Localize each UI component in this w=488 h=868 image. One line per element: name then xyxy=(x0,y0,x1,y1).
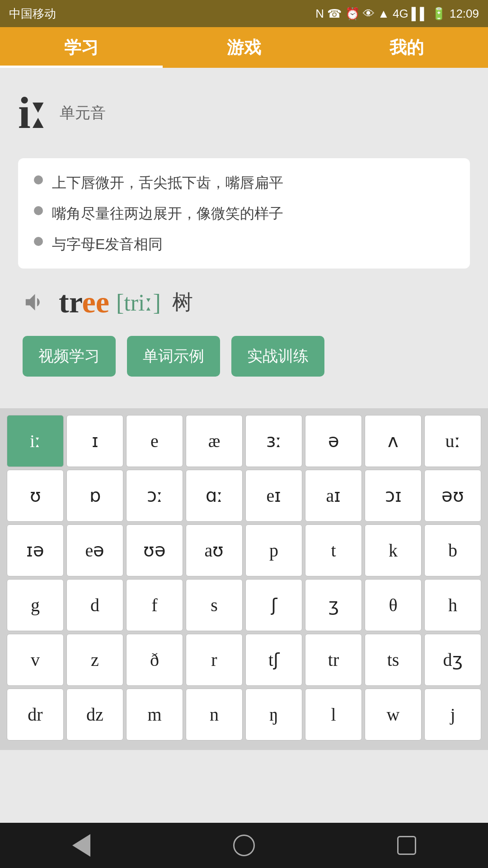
key-ə[interactable]: ə xyxy=(305,415,362,467)
key-θ[interactable]: θ xyxy=(365,579,422,631)
key-æ[interactable]: æ xyxy=(186,415,243,467)
key-e[interactable]: e xyxy=(126,415,183,467)
word-prefix: tr xyxy=(59,285,82,319)
description-item-1: 上下唇微开，舌尖抵下齿，嘴唇扁平 xyxy=(34,172,454,193)
bullet-icon-3 xyxy=(34,237,43,246)
key-z[interactable]: z xyxy=(66,634,123,686)
time-label: 12:09 xyxy=(450,7,479,21)
status-right: N ☎ ⏰ 👁 ▲ 4G ▌▌ 🔋 12:09 xyxy=(315,7,479,21)
keyboard-row-0: iːɪeæɜːəʌuː xyxy=(7,415,481,467)
key-ɔː[interactable]: ɔː xyxy=(126,470,183,522)
word-meaning: 树 xyxy=(172,288,193,316)
key-ð[interactable]: ð xyxy=(126,634,183,686)
phonetic-type: 单元音 xyxy=(60,103,106,123)
key-ʒ[interactable]: ʒ xyxy=(305,579,362,631)
key-r[interactable]: r xyxy=(186,634,243,686)
key-əʊ[interactable]: əʊ xyxy=(424,470,481,522)
key-t[interactable]: t xyxy=(305,524,362,576)
action-buttons: 视频学习 单词示例 实战训练 xyxy=(18,336,470,377)
home-button[interactable] xyxy=(226,827,262,863)
key-v[interactable]: v xyxy=(7,634,64,686)
tab-bar: 学习 游戏 我的 xyxy=(0,27,488,68)
key-uː[interactable]: uː xyxy=(424,415,481,467)
recents-icon xyxy=(397,836,416,855)
key-ʌ[interactable]: ʌ xyxy=(365,415,422,467)
key-tr[interactable]: tr xyxy=(305,634,362,686)
key-ʊə[interactable]: ʊə xyxy=(126,524,183,576)
key-p[interactable]: p xyxy=(245,524,302,576)
key-b[interactable]: b xyxy=(424,524,481,576)
back-icon xyxy=(72,834,90,857)
practice-button[interactable]: 实战训练 xyxy=(231,336,324,377)
bullet-icon-2 xyxy=(34,206,43,215)
example-word: tree xyxy=(59,284,109,320)
status-bar: 中国移动 N ☎ ⏰ 👁 ▲ 4G ▌▌ 🔋 12:09 xyxy=(0,0,488,27)
home-icon xyxy=(233,835,255,856)
tab-game[interactable]: 游戏 xyxy=(163,27,325,68)
key-tʃ[interactable]: tʃ xyxy=(245,634,302,686)
key-aʊ[interactable]: aʊ xyxy=(186,524,243,576)
key-s[interactable]: s xyxy=(186,579,243,631)
key-aɪ[interactable]: aɪ xyxy=(305,470,362,522)
bullet-icon-1 xyxy=(34,175,43,184)
key-ɒ[interactable]: ɒ xyxy=(66,470,123,522)
key-f[interactable]: f xyxy=(126,579,183,631)
keyboard-row-2: ɪəeəʊəaʊptkb xyxy=(7,524,481,576)
word-example-button[interactable]: 单词示例 xyxy=(127,336,220,377)
key-dʒ[interactable]: dʒ xyxy=(424,634,481,686)
key-k[interactable]: k xyxy=(365,524,422,576)
key-ʊ[interactable]: ʊ xyxy=(7,470,64,522)
description-item-3: 与字母E发音相同 xyxy=(34,233,454,255)
key-ɪə[interactable]: ɪə xyxy=(7,524,64,576)
key-dr[interactable]: dr xyxy=(7,689,64,741)
key-ɜː[interactable]: ɜː xyxy=(245,415,302,467)
key-ɑː[interactable]: ɑː xyxy=(186,470,243,522)
key-eə[interactable]: eə xyxy=(66,524,123,576)
key-ɔɪ[interactable]: ɔɪ xyxy=(365,470,422,522)
main-content: iː 单元音 上下唇微开，舌尖抵下齿，嘴唇扁平 嘴角尽量往两边展开，像微笑的样子… xyxy=(0,68,488,408)
description-item-2: 嘴角尽量往两边展开，像微笑的样子 xyxy=(34,203,454,224)
keyboard-row-4: vzðrtʃtrtsdʒ xyxy=(7,634,481,686)
keyboard-row-3: gdfsʃʒθh xyxy=(7,579,481,631)
speaker-icon[interactable] xyxy=(23,290,47,315)
phonetic-notation: [triː] xyxy=(116,289,161,316)
recents-button[interactable] xyxy=(389,827,425,863)
status-icons: N ☎ ⏰ 👁 ▲ 4G ▌▌ 🔋 xyxy=(315,7,446,21)
key-n[interactable]: n xyxy=(186,689,243,741)
video-learn-button[interactable]: 视频学习 xyxy=(23,336,116,377)
phonetic-symbol: iː xyxy=(18,90,46,136)
key-dz[interactable]: dz xyxy=(66,689,123,741)
key-ts[interactable]: ts xyxy=(365,634,422,686)
key-j[interactable]: j xyxy=(424,689,481,741)
key-eɪ[interactable]: eɪ xyxy=(245,470,302,522)
key-w[interactable]: w xyxy=(365,689,422,741)
keyboard-row-5: drdzmnŋlwj xyxy=(7,689,481,741)
key-ʃ[interactable]: ʃ xyxy=(245,579,302,631)
word-highlight: ee xyxy=(82,285,109,319)
key-m[interactable]: m xyxy=(126,689,183,741)
tab-mine[interactable]: 我的 xyxy=(325,27,488,68)
key-ɪ[interactable]: ɪ xyxy=(66,415,123,467)
key-iː[interactable]: iː xyxy=(7,415,64,467)
phonetic-header: iː 单元音 xyxy=(18,81,470,145)
carrier-label: 中国移动 xyxy=(9,6,56,22)
keyboard-row-1: ʊɒɔːɑːeɪaɪɔɪəʊ xyxy=(7,470,481,522)
key-h[interactable]: h xyxy=(424,579,481,631)
key-ŋ[interactable]: ŋ xyxy=(245,689,302,741)
key-l[interactable]: l xyxy=(305,689,362,741)
nav-bar xyxy=(0,823,488,868)
keyboard: iːɪeæɜːəʌuːʊɒɔːɑːeɪaɪɔɪəʊɪəeəʊəaʊptkbgdf… xyxy=(0,408,488,750)
tab-learn[interactable]: 学习 xyxy=(0,27,163,68)
example-row: tree [triː] 树 xyxy=(18,284,470,320)
description-box: 上下唇微开，舌尖抵下齿，嘴唇扁平 嘴角尽量往两边展开，像微笑的样子 与字母E发音… xyxy=(18,158,470,269)
back-button[interactable] xyxy=(63,827,99,863)
key-g[interactable]: g xyxy=(7,579,64,631)
key-d[interactable]: d xyxy=(66,579,123,631)
